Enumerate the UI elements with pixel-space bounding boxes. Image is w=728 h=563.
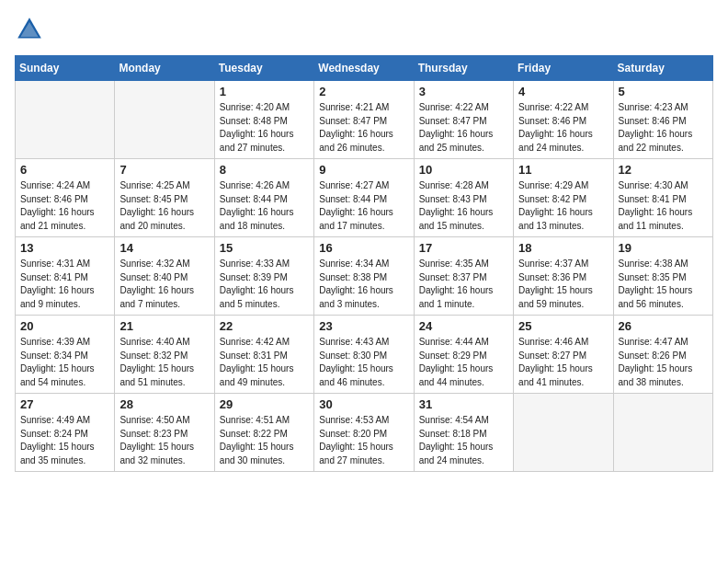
day-info: Sunrise: 4:44 AM Sunset: 8:29 PM Dayligh…: [419, 336, 508, 389]
calendar-cell: 12Sunrise: 4:30 AM Sunset: 8:41 PM Dayli…: [613, 159, 712, 237]
weekday-header-row: SundayMondayTuesdayWednesdayThursdayFrid…: [16, 56, 713, 81]
day-info: Sunrise: 4:53 AM Sunset: 8:20 PM Dayligh…: [319, 414, 408, 467]
weekday-header: Friday: [514, 56, 613, 81]
day-info: Sunrise: 4:54 AM Sunset: 8:18 PM Dayligh…: [419, 414, 508, 467]
day-info: Sunrise: 4:39 AM Sunset: 8:34 PM Dayligh…: [20, 336, 109, 389]
calendar-cell: 16Sunrise: 4:34 AM Sunset: 8:38 PM Dayli…: [314, 237, 414, 316]
calendar-cell: 27Sunrise: 4:49 AM Sunset: 8:24 PM Dayli…: [16, 394, 115, 472]
day-number: 11: [518, 163, 608, 177]
day-info: Sunrise: 4:26 AM Sunset: 8:44 PM Dayligh…: [220, 179, 309, 233]
day-number: 3: [419, 85, 508, 98]
day-number: 12: [619, 163, 708, 177]
day-info: Sunrise: 4:31 AM Sunset: 8:41 PM Dayligh…: [20, 258, 109, 311]
calendar-cell: 28Sunrise: 4:50 AM Sunset: 8:23 PM Dayli…: [115, 394, 214, 472]
calendar-cell: 1Sunrise: 4:20 AM Sunset: 8:48 PM Daylig…: [214, 81, 313, 159]
day-number: 4: [518, 85, 608, 98]
calendar-cell: 2Sunrise: 4:21 AM Sunset: 8:47 PM Daylig…: [314, 81, 414, 159]
day-info: Sunrise: 4:29 AM Sunset: 8:42 PM Dayligh…: [518, 179, 608, 233]
logo: [15, 15, 46, 44]
weekday-header: Sunday: [16, 56, 115, 81]
day-info: Sunrise: 4:30 AM Sunset: 8:41 PM Dayligh…: [619, 179, 708, 233]
calendar-week-row: 1Sunrise: 4:20 AM Sunset: 8:48 PM Daylig…: [16, 81, 713, 159]
calendar-cell: 31Sunrise: 4:54 AM Sunset: 8:18 PM Dayli…: [414, 394, 513, 472]
day-number: 29: [220, 397, 309, 411]
calendar-cell: 4Sunrise: 4:22 AM Sunset: 8:46 PM Daylig…: [514, 81, 613, 159]
day-number: 17: [419, 241, 508, 255]
day-number: 19: [619, 241, 708, 255]
day-number: 18: [518, 241, 608, 255]
day-number: 5: [619, 85, 708, 98]
day-info: Sunrise: 4:42 AM Sunset: 8:31 PM Dayligh…: [220, 336, 309, 389]
calendar-cell: [613, 394, 712, 472]
day-number: 26: [619, 319, 708, 333]
calendar-cell: 8Sunrise: 4:26 AM Sunset: 8:44 PM Daylig…: [214, 159, 313, 237]
day-info: Sunrise: 4:40 AM Sunset: 8:32 PM Dayligh…: [119, 336, 209, 389]
calendar-cell: [115, 81, 214, 159]
day-number: 15: [220, 241, 309, 255]
day-info: Sunrise: 4:22 AM Sunset: 8:46 PM Dayligh…: [518, 101, 608, 155]
calendar-cell: [514, 394, 613, 472]
calendar-cell: 19Sunrise: 4:38 AM Sunset: 8:35 PM Dayli…: [613, 237, 712, 316]
logo-icon: [15, 15, 44, 44]
day-number: 2: [319, 85, 408, 98]
day-info: Sunrise: 4:25 AM Sunset: 8:45 PM Dayligh…: [119, 179, 209, 233]
weekday-header: Thursday: [414, 56, 513, 81]
calendar-cell: 10Sunrise: 4:28 AM Sunset: 8:43 PM Dayli…: [414, 159, 513, 237]
day-number: 6: [20, 163, 109, 177]
day-number: 21: [119, 319, 209, 333]
day-info: Sunrise: 4:32 AM Sunset: 8:40 PM Dayligh…: [119, 258, 209, 311]
day-number: 30: [319, 397, 408, 411]
day-info: Sunrise: 4:28 AM Sunset: 8:43 PM Dayligh…: [419, 179, 508, 233]
day-number: 13: [20, 241, 109, 255]
day-number: 28: [119, 397, 209, 411]
calendar-cell: 15Sunrise: 4:33 AM Sunset: 8:39 PM Dayli…: [214, 237, 313, 316]
calendar-cell: 7Sunrise: 4:25 AM Sunset: 8:45 PM Daylig…: [115, 159, 214, 237]
calendar-cell: 11Sunrise: 4:29 AM Sunset: 8:42 PM Dayli…: [514, 159, 613, 237]
calendar-cell: 25Sunrise: 4:46 AM Sunset: 8:27 PM Dayli…: [514, 316, 613, 394]
day-info: Sunrise: 4:22 AM Sunset: 8:47 PM Dayligh…: [419, 101, 508, 155]
day-info: Sunrise: 4:34 AM Sunset: 8:38 PM Dayligh…: [319, 258, 408, 311]
day-info: Sunrise: 4:33 AM Sunset: 8:39 PM Dayligh…: [220, 258, 309, 311]
calendar-cell: 9Sunrise: 4:27 AM Sunset: 8:44 PM Daylig…: [314, 159, 414, 237]
day-number: 20: [20, 319, 109, 333]
weekday-header: Monday: [115, 56, 214, 81]
calendar-cell: 6Sunrise: 4:24 AM Sunset: 8:46 PM Daylig…: [16, 159, 115, 237]
day-info: Sunrise: 4:21 AM Sunset: 8:47 PM Dayligh…: [319, 101, 408, 155]
day-number: 9: [319, 163, 408, 177]
calendar-cell: 30Sunrise: 4:53 AM Sunset: 8:20 PM Dayli…: [314, 394, 414, 472]
calendar-cell: 3Sunrise: 4:22 AM Sunset: 8:47 PM Daylig…: [414, 81, 513, 159]
calendar-cell: 22Sunrise: 4:42 AM Sunset: 8:31 PM Dayli…: [214, 316, 313, 394]
day-number: 25: [518, 319, 608, 333]
calendar-cell: 26Sunrise: 4:47 AM Sunset: 8:26 PM Dayli…: [613, 316, 712, 394]
day-info: Sunrise: 4:38 AM Sunset: 8:35 PM Dayligh…: [619, 258, 708, 311]
day-info: Sunrise: 4:27 AM Sunset: 8:44 PM Dayligh…: [319, 179, 408, 233]
day-number: 1: [220, 85, 309, 98]
day-info: Sunrise: 4:43 AM Sunset: 8:30 PM Dayligh…: [319, 336, 408, 389]
day-info: Sunrise: 4:47 AM Sunset: 8:26 PM Dayligh…: [619, 336, 708, 389]
day-number: 8: [220, 163, 309, 177]
calendar-cell: 21Sunrise: 4:40 AM Sunset: 8:32 PM Dayli…: [115, 316, 214, 394]
day-info: Sunrise: 4:51 AM Sunset: 8:22 PM Dayligh…: [220, 414, 309, 467]
calendar-table: SundayMondayTuesdayWednesdayThursdayFrid…: [15, 55, 713, 472]
page-header: [15, 15, 713, 44]
day-info: Sunrise: 4:37 AM Sunset: 8:36 PM Dayligh…: [518, 258, 608, 311]
weekday-header: Saturday: [613, 56, 712, 81]
day-number: 16: [319, 241, 408, 255]
weekday-header: Wednesday: [314, 56, 414, 81]
day-number: 14: [119, 241, 209, 255]
day-number: 27: [20, 397, 109, 411]
day-number: 22: [220, 319, 309, 333]
day-info: Sunrise: 4:23 AM Sunset: 8:46 PM Dayligh…: [619, 101, 708, 155]
calendar-cell: 24Sunrise: 4:44 AM Sunset: 8:29 PM Dayli…: [414, 316, 513, 394]
day-info: Sunrise: 4:24 AM Sunset: 8:46 PM Dayligh…: [20, 179, 109, 233]
calendar-cell: [16, 81, 115, 159]
calendar-cell: 23Sunrise: 4:43 AM Sunset: 8:30 PM Dayli…: [314, 316, 414, 394]
calendar-cell: 20Sunrise: 4:39 AM Sunset: 8:34 PM Dayli…: [16, 316, 115, 394]
calendar-cell: 5Sunrise: 4:23 AM Sunset: 8:46 PM Daylig…: [613, 81, 712, 159]
day-number: 23: [319, 319, 408, 333]
calendar-cell: 17Sunrise: 4:35 AM Sunset: 8:37 PM Dayli…: [414, 237, 513, 316]
day-info: Sunrise: 4:49 AM Sunset: 8:24 PM Dayligh…: [20, 414, 109, 467]
day-number: 31: [419, 397, 508, 411]
calendar-week-row: 6Sunrise: 4:24 AM Sunset: 8:46 PM Daylig…: [16, 159, 713, 237]
day-number: 7: [119, 163, 209, 177]
